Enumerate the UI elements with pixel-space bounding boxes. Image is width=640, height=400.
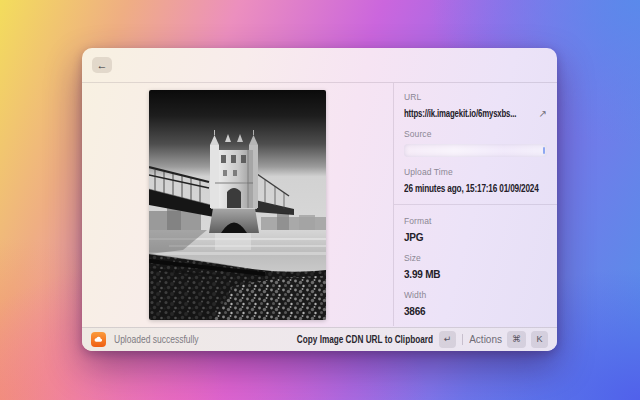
primary-action-label: Copy Image CDN URL to Clipboard [297,334,433,345]
actions-label: Actions [469,334,502,345]
status-bar-divider [462,334,463,345]
width-value: 3866 [404,306,547,317]
panel-section-divider [394,204,557,205]
field-label: Format [404,216,547,226]
actions-button[interactable]: Actions ⌘ K [469,331,548,348]
source-redacted-value [404,144,547,157]
field-url: URL https://ik.imagekit.io/6mysxbs... ↗ [404,92,547,119]
field-source: Source [404,129,547,157]
copy-cdn-url-button[interactable]: Copy Image CDN URL to Clipboard ↵ [267,331,456,348]
tower-bridge-photo-illustration [149,90,326,320]
field-format: Format JPG [404,216,547,243]
k-key: K [531,331,548,348]
field-upload-time: Upload Time 26 minutes ago, 15:17:16 01/… [404,167,547,194]
field-label: Size [404,253,547,263]
status-text: Uploaded successfully [114,334,199,345]
field-label: Width [404,290,547,300]
field-label: Upload Time [404,167,547,177]
cloud-icon [93,334,104,345]
url-value: https://ik.imagekit.io/6mysxbs... [404,108,516,119]
return-key-icon: ↵ [439,331,457,348]
imagekit-app-icon [91,332,106,347]
preview-area [82,83,393,326]
field-width: Width 3866 [404,290,547,317]
field-size: Size 3.99 MB [404,253,547,280]
back-button[interactable]: ← [92,57,112,73]
external-link-icon[interactable]: ↗ [539,108,547,119]
field-label: Source [404,129,547,139]
size-value: 3.99 MB [404,269,547,280]
field-label: URL [404,92,547,102]
format-value: JPG [404,232,547,243]
window-header: ← [82,48,557,83]
upload-time-value: 26 minutes ago, 15:17:16 01/09/2024 [404,183,539,194]
uploaded-image-preview [149,90,326,320]
command-key-icon: ⌘ [507,331,526,348]
status-bar: Uploaded successfully Copy Image CDN URL… [82,327,557,351]
metadata-panel: URL https://ik.imagekit.io/6mysxbs... ↗ … [393,83,557,326]
back-arrow-icon: ← [97,60,108,71]
content-area: URL https://ik.imagekit.io/6mysxbs... ↗ … [82,83,557,326]
raycast-window: ← [82,48,557,351]
